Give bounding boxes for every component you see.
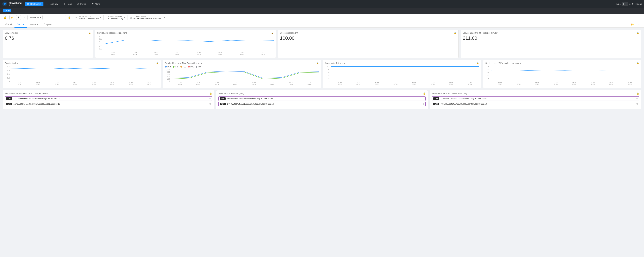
current-instance-value: 734146aad8424eb490ef3b6f0fb... xyxy=(133,17,163,20)
endpoint-chevron-icon: ▼ xyxy=(124,17,125,18)
apm-label: APM xyxy=(6,9,10,12)
slow-instance-lock[interactable]: 🔒 xyxy=(423,92,426,95)
response-percentile-lock[interactable]: 🔒 xyxy=(316,62,319,64)
apdex-chart-title: Service Apdex xyxy=(5,62,18,64)
apdex-x-axis: 11:0806-09 11:1006-09 11:1206-09 11:1406… xyxy=(10,82,159,86)
breadcrumb-bar: ● APM xyxy=(0,8,644,14)
instance-success-lock[interactable]: 🔒 xyxy=(636,92,639,95)
folder-button[interactable]: 📂 xyxy=(10,15,14,20)
instance-success-name-2: 734146aad8424eb490ef3b6f0fbc6074@192.168… xyxy=(440,103,635,105)
service-load-chart-title: Service Load ( CPM - calls per minute ) xyxy=(485,62,520,64)
tab-download-icon[interactable]: ⬇ xyxy=(636,22,641,26)
success-rate-chart-lock[interactable]: 🔒 xyxy=(476,62,479,64)
legend-p50: P50 xyxy=(165,66,171,68)
filter-lock-icon[interactable]: 🔒 xyxy=(68,16,70,19)
row3: Service Instances Load ( CPM - calls per… xyxy=(3,90,641,109)
interval-input[interactable]: 6 xyxy=(622,2,628,6)
instance-success-badge-2: 100 xyxy=(433,103,439,105)
nav-dashboard[interactable]: ▦ Dashboard xyxy=(25,2,44,6)
skywalking-logo xyxy=(2,1,8,6)
service-load-chart-lock[interactable]: 🔒 xyxy=(636,62,639,64)
slow-badge-2: 484 xyxy=(220,103,226,105)
apdex-chart-lock[interactable]: 🔒 xyxy=(156,62,159,64)
slow-instance-row-1: 496 734146aad8424eb490ef3b6f0fbc6074@192… xyxy=(218,96,426,101)
card-avg-response: Service Avg Response Time ( ms ) 🔒 600 5… xyxy=(95,30,276,58)
legend-p90: P90 xyxy=(180,66,186,68)
success-rate-simple-lock[interactable]: 🔒 xyxy=(454,32,456,34)
service-filter-input[interactable] xyxy=(42,15,66,20)
current-service-label: Current Service xyxy=(78,15,99,17)
slow-name-2: 1f749aa0637e4adc81e238a3fe9b811a@192.168… xyxy=(227,103,422,105)
tab-global[interactable]: Global xyxy=(3,21,14,27)
instance-success-copy-1[interactable]: ⧉ xyxy=(636,97,638,100)
current-instance-dropdown[interactable]: Current Instance 734146aad8424eb490ef3b6… xyxy=(133,15,166,20)
legend-p99: P99 xyxy=(196,66,202,68)
lock-button[interactable]: 🔒 xyxy=(3,15,8,20)
tab-endpoint[interactable]: Endpoint xyxy=(41,21,55,27)
nav-trace[interactable]: ⊹ Trace xyxy=(61,2,74,6)
nav-right: Auto 6 s ↻ Reload xyxy=(616,2,642,6)
tab-instance[interactable]: Instance xyxy=(27,21,41,27)
instance-success-badge-1: 100 xyxy=(433,97,439,100)
success-rate-simple-title: Successful Rate ( % ) xyxy=(280,32,300,34)
slow-name-1: 734146aad8424eb490ef3b6f0fbc6074@192.168… xyxy=(227,98,422,100)
p99-label: P99 xyxy=(198,66,202,68)
card-service-load-simple: Service Load ( CPM - calls per minute ) … xyxy=(460,30,641,58)
service-apdex-simple-lock[interactable]: 🔒 xyxy=(88,32,91,34)
apdex-chart xyxy=(10,66,159,82)
nav-dashboard-label: Dashboard xyxy=(30,3,41,5)
current-endpoint-value: /projectB/{value} xyxy=(108,17,123,20)
nav-topology[interactable]: ⬡ Topology xyxy=(44,2,60,6)
current-instance-section: ◫ Current Instance 734146aad8424eb490ef3… xyxy=(127,15,166,20)
auto-label: Auto xyxy=(616,3,621,5)
download-button[interactable]: ⬇ xyxy=(16,15,21,20)
avg-response-x-axis: 11:0806-09 11:1006-09 11:1206-09 11:1406… xyxy=(103,52,274,56)
row2: Service Apdex 🔒 0.8 0.6 0.4 0.2 0 11:080… xyxy=(3,60,641,88)
nav-trace-label: Trace xyxy=(66,3,72,5)
tab-actions: 📂 ⬇ xyxy=(630,22,641,26)
service-chevron-icon: ▼ xyxy=(100,17,102,18)
success-rate-chart-title: Successful Rate ( % ) xyxy=(325,62,344,64)
service-load-simple-lock[interactable]: 🔒 xyxy=(636,32,639,34)
apm-badge[interactable]: ● APM xyxy=(3,9,11,12)
percentile-legend: P50 P75 P90 P95 P99 xyxy=(165,66,319,68)
service-apdex-simple-title: Service Apdex xyxy=(5,32,18,34)
response-percentile-title: Service Response Time Percentile ( ms ) xyxy=(165,62,202,64)
instance-copy-1[interactable]: ⧉ xyxy=(209,97,211,100)
slow-copy-1[interactable]: ⧉ xyxy=(423,97,424,100)
slow-instance-row-2: 484 1f749aa0637e4adc81e238a3fe9b811a@192… xyxy=(218,102,426,106)
nav-alarm[interactable]: ⚑ Alarm xyxy=(90,2,103,6)
brand: Skywalking Rocketbot xyxy=(2,1,22,6)
instance-success-copy-2[interactable]: ⧉ xyxy=(636,103,638,105)
reload-button[interactable]: Reload xyxy=(635,3,642,5)
card-slow-instance: Slow Service Instance ( ms ) 🔒 496 73414… xyxy=(216,90,428,109)
alarm-icon: ⚑ xyxy=(92,3,94,5)
p75-label: P75 xyxy=(175,66,178,68)
tab-folder-icon[interactable]: 📂 xyxy=(630,22,635,26)
avg-response-chart xyxy=(103,35,274,51)
current-service-dropdown[interactable]: Current Service projectB.business-zone ▼ xyxy=(78,15,102,20)
refresh-icon: ↻ xyxy=(632,3,634,5)
refresh-button[interactable]: ↻ xyxy=(23,15,28,20)
percentile-x-axis: 11:0806-09 11:1006-09 11:1206-09 11:1406… xyxy=(170,82,319,86)
instance-copy-2[interactable]: ⧉ xyxy=(209,103,211,105)
avg-response-y-axis: 600 500 400 300 200 100 0 xyxy=(97,35,102,56)
service-apdex-value: 0.76 xyxy=(5,35,91,41)
apdex-y-axis: 0.8 0.6 0.4 0.2 0 xyxy=(5,66,10,86)
current-service-section: ⚙ Current Service projectB.business-zone… xyxy=(72,15,102,20)
nav-profile[interactable]: ◎ Profile xyxy=(75,2,89,6)
tab-service[interactable]: Service xyxy=(14,21,27,27)
trace-icon: ⊹ xyxy=(64,3,65,5)
service-filter-label: Service Filter xyxy=(30,16,42,19)
p90-dot xyxy=(180,66,182,68)
instance-name-1: 734146aad8424eb490ef3b6f0fbc6074@192.168… xyxy=(14,98,208,100)
slow-copy-2[interactable]: ⧉ xyxy=(423,103,424,105)
nav-topology-label: Topology xyxy=(49,3,58,5)
service-load-chart xyxy=(491,66,639,82)
current-endpoint-dropdown[interactable]: Current Endpoint /projectB/{value} ▼ xyxy=(108,15,125,20)
card-response-percentile: Service Response Time Percentile ( ms ) … xyxy=(163,60,321,88)
p50-dot xyxy=(165,66,167,68)
success-rate-x-axis: 11:0806-09 11:1006-09 11:1206-09 11:1406… xyxy=(330,82,479,86)
instances-load-lock[interactable]: 🔒 xyxy=(210,92,212,95)
avg-response-lock[interactable]: 🔒 xyxy=(271,32,274,34)
